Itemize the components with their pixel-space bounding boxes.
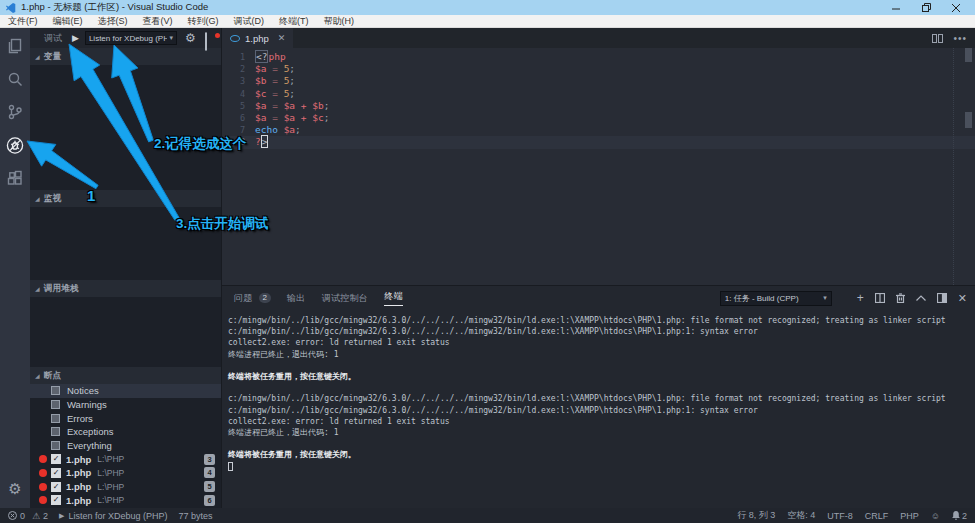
search-icon[interactable] <box>6 70 24 88</box>
breakpoint-category-notices[interactable]: Notices <box>30 384 221 398</box>
breakpoint-category-warnings[interactable]: Warnings <box>30 398 221 412</box>
panel-header: 问题2输出调试控制台终端 1: 任务 - Build (CPP) ▾ + <box>222 286 975 310</box>
code-token: $a <box>255 112 266 123</box>
breakpoint-row[interactable]: ✓1.phpL:\PHP6 <box>30 494 221 508</box>
debug-icon[interactable] <box>6 136 24 154</box>
terminal-output[interactable]: c:/mingw/bin/../lib/gcc/mingw32/6.3.0/..… <box>222 310 975 508</box>
feedback-smiley-icon[interactable]: ☺ <box>931 511 940 521</box>
close-panel-icon[interactable]: ✕ <box>958 292 967 305</box>
explorer-icon[interactable] <box>6 37 24 55</box>
checkbox-icon[interactable] <box>51 427 60 436</box>
editor-tab-bar: 1.php ✕ ••• <box>222 28 975 48</box>
checkbox-checked-icon[interactable]: ✓ <box>51 482 61 492</box>
line-number: 8 <box>222 136 255 148</box>
split-editor-icon[interactable] <box>932 34 943 43</box>
checkbox-checked-icon[interactable]: ✓ <box>51 454 61 464</box>
menu-item-1[interactable]: 编辑(E) <box>53 15 83 28</box>
code-token: ; <box>324 100 330 111</box>
call-stack-section-header[interactable]: ◢ 调用堆栈 <box>30 280 221 297</box>
editor-tab-1php[interactable]: 1.php ✕ <box>222 28 293 48</box>
eol-status[interactable]: CRLF <box>865 511 889 521</box>
code-editor[interactable]: 1<?php2$a = 5;3$b = 5;4$c = 5;5$a = $a +… <box>222 48 975 285</box>
breakpoint-row[interactable]: ✓1.phpL:\PHP5 <box>30 480 221 494</box>
status-bar: 0 ⚠ 2 ▶ Listen for XDebug (PHP) 77 bytes… <box>0 508 975 523</box>
code-token: + <box>295 100 312 111</box>
line-number: 7 <box>222 124 255 136</box>
scrollbar-mark[interactable] <box>965 112 972 128</box>
breakpoint-category-label: Notices <box>67 385 99 396</box>
close-tab-icon[interactable]: ✕ <box>278 33 286 43</box>
encoding-status[interactable]: UTF-8 <box>827 511 853 521</box>
checkbox-icon[interactable] <box>51 441 60 450</box>
menu-item-3[interactable]: 查看(V) <box>143 15 173 28</box>
terminal-line: 终端将被任务重用，按任意键关闭。 <box>228 371 975 382</box>
panel-tab-输出[interactable]: 输出 <box>287 286 306 310</box>
source-control-icon[interactable] <box>6 103 24 121</box>
panel-tab-问题[interactable]: 问题2 <box>234 286 271 310</box>
breakpoint-line-badge: 6 <box>204 495 215 506</box>
checkbox-checked-icon[interactable]: ✓ <box>51 468 61 478</box>
error-count: 0 <box>20 511 25 521</box>
problems-status[interactable]: 0 ⚠ 2 <box>8 511 48 521</box>
breakpoint-category-everything[interactable]: Everything <box>30 439 221 453</box>
minimize-button[interactable] <box>881 0 911 15</box>
menu-item-6[interactable]: 终端(T) <box>279 15 309 28</box>
more-actions-icon[interactable]: ••• <box>953 33 967 44</box>
watch-section-header[interactable]: ◢ 监视 <box>30 190 221 207</box>
breakpoint-category-errors[interactable]: Errors <box>30 411 221 425</box>
indentation-status[interactable]: 空格: 4 <box>787 509 815 522</box>
breakpoint-line-badge: 5 <box>204 481 215 492</box>
terminal-line <box>228 360 975 371</box>
manage-gear-icon[interactable]: ⚙ <box>8 481 21 496</box>
configure-debug-gear-icon[interactable]: ⚙ <box>185 32 196 44</box>
code-token: $a <box>284 100 295 111</box>
breakpoints-section-label: 断点 <box>44 370 62 382</box>
terminal-instance-dropdown[interactable]: 1: 任务 - Build (CPP) ▾ <box>720 291 832 306</box>
extensions-icon[interactable] <box>6 169 24 187</box>
checkbox-icon[interactable] <box>51 386 60 395</box>
breakpoint-file: 1.php <box>66 481 91 492</box>
close-window-button[interactable] <box>941 0 971 15</box>
debug-target-status[interactable]: ▶ Listen for XDebug (PHP) <box>59 511 167 521</box>
kill-terminal-trash-icon[interactable] <box>896 293 905 303</box>
breakpoints-section-header[interactable]: ◢ 断点 <box>30 367 221 384</box>
new-terminal-icon[interactable]: + <box>857 292 864 304</box>
code-token: = <box>266 88 283 99</box>
debug-console-icon[interactable] <box>205 33 219 44</box>
scrollbar-mark[interactable] <box>965 48 972 62</box>
checkbox-icon[interactable] <box>51 400 60 409</box>
variables-section-header[interactable]: ◢ 变量 <box>30 48 221 65</box>
menu-item-5[interactable]: 调试(D) <box>234 15 265 28</box>
language-mode-status[interactable]: PHP <box>900 511 919 521</box>
breakpoint-row[interactable]: ✓1.phpL:\PHP3 <box>30 452 221 466</box>
breakpoint-category-exceptions[interactable]: Exceptions <box>30 425 221 439</box>
terminal-instance-label: 1: 任务 - Build (CPP) <box>725 293 823 304</box>
checkbox-checked-icon[interactable]: ✓ <box>51 495 61 505</box>
breakpoint-row[interactable]: ✓1.phpL:\PHP4 <box>30 466 221 480</box>
menu-item-4[interactable]: 转到(G) <box>188 15 219 28</box>
menu-item-2[interactable]: 选择(S) <box>98 15 128 28</box>
notifications-bell-icon[interactable]: 2 <box>952 511 967 521</box>
split-terminal-icon[interactable] <box>875 293 885 303</box>
menu-item-0[interactable]: 文件(F) <box>8 15 38 28</box>
cursor-position-status[interactable]: 行 8, 列 3 <box>737 509 775 522</box>
maximize-panel-chevron-icon[interactable] <box>916 295 926 301</box>
breakpoint-category-label: Warnings <box>67 399 107 410</box>
breakpoint-dot <box>39 496 47 504</box>
checkbox-icon[interactable] <box>51 414 60 423</box>
panel-tab-调试控制台[interactable]: 调试控制台 <box>322 286 369 310</box>
restore-button[interactable] <box>911 0 941 15</box>
move-panel-icon[interactable] <box>937 293 947 303</box>
window-title: 1.php - 无标题 (工作区) - Visual Studio Code <box>21 1 208 14</box>
debug-config-dropdown[interactable]: Listen for XDebug (PHI ▾ <box>85 31 177 45</box>
code-token: ; <box>289 88 295 99</box>
breakpoint-dot <box>39 469 47 477</box>
terminal-line: 终端进程已终止，退出代码: 1 <box>228 349 975 360</box>
menu-item-7[interactable]: 帮助(H) <box>324 15 355 28</box>
code-line: 8?> <box>222 136 975 148</box>
debug-sidebar-title: 调试 <box>44 32 62 45</box>
start-debug-button[interactable]: ▶ <box>72 34 79 43</box>
panel-tab-终端[interactable]: 终端 <box>384 286 403 310</box>
warning-icon: ⚠ <box>32 511 40 521</box>
line-number: 6 <box>222 112 255 124</box>
